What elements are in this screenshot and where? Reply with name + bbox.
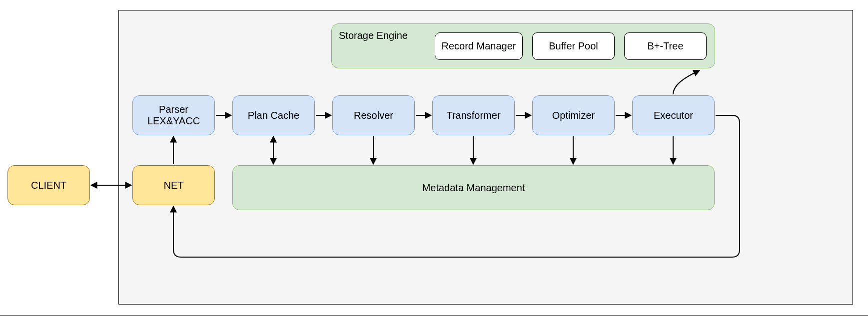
bplus-tree-node: B+-Tree bbox=[624, 32, 707, 60]
diagram-canvas: CLIENT NET Parser LEX&YACC Plan Cache Re… bbox=[0, 0, 868, 316]
buffer-pool-node: Buffer Pool bbox=[532, 32, 615, 60]
bottom-rule bbox=[0, 315, 868, 316]
parser-node: Parser LEX&YACC bbox=[132, 95, 215, 135]
resolver-node: Resolver bbox=[332, 95, 415, 135]
record-manager-node: Record Manager bbox=[435, 32, 523, 60]
client-node: CLIENT bbox=[7, 165, 90, 205]
metadata-management-node: Metadata Management bbox=[232, 165, 715, 210]
executor-node: Executor bbox=[632, 95, 715, 135]
client-label: CLIENT bbox=[31, 180, 66, 191]
parser-line2: LEX&YACC bbox=[147, 115, 200, 127]
metadata-management-label: Metadata Management bbox=[422, 182, 525, 194]
net-node: NET bbox=[132, 165, 215, 205]
resolver-label: Resolver bbox=[354, 110, 393, 121]
bplus-tree-label: B+-Tree bbox=[647, 40, 683, 52]
optimizer-node: Optimizer bbox=[532, 95, 615, 135]
executor-label: Executor bbox=[654, 110, 693, 121]
transformer-node: Transformer bbox=[432, 95, 515, 135]
plan-cache-node: Plan Cache bbox=[232, 95, 315, 135]
parser-line1: Parser bbox=[159, 104, 188, 115]
record-manager-label: Record Manager bbox=[442, 40, 516, 52]
buffer-pool-label: Buffer Pool bbox=[549, 40, 598, 52]
storage-engine-label: Storage Engine bbox=[339, 30, 408, 41]
net-label: NET bbox=[164, 180, 184, 191]
transformer-label: Transformer bbox=[446, 110, 500, 121]
optimizer-label: Optimizer bbox=[552, 110, 595, 121]
plan-cache-label: Plan Cache bbox=[248, 110, 299, 121]
